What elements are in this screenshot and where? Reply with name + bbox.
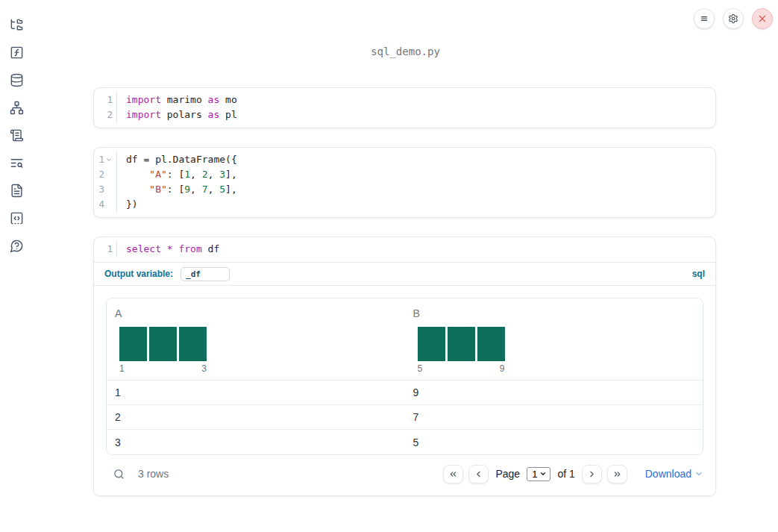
histogram-bar [477,327,505,361]
table-search-button[interactable] [113,468,125,481]
table-cell: 3 [107,436,405,448]
scroll-text-icon [10,128,24,143]
output-variable-label: Output variable: [104,269,173,279]
column-name: B [413,307,703,319]
menu-button[interactable] [694,8,715,29]
code-line: 1select * from df [94,242,715,257]
line-number-gutter: 2 [94,167,117,182]
close-icon [757,13,768,24]
line-number-gutter: 4 [94,197,117,212]
download-button[interactable]: Download [645,468,703,480]
chevrons-right-icon [612,469,622,479]
table-cell: 1 [107,387,405,398]
histogram-bar [149,327,177,361]
sidebar-item-database[interactable] [9,72,24,87]
cell-dataframe: 1df = pl.DataFrame({2 "A": [1, 2, 3],3 "… [93,147,716,218]
page-select-value: 1 [532,469,537,480]
next-page-button[interactable] [582,465,602,484]
code-editor[interactable]: 1import marimo as mo2import polars as pl [94,88,715,128]
row-count-label: 3 rows [138,468,169,480]
settings-button[interactable] [723,8,744,29]
histogram-bar [418,327,445,361]
last-page-button[interactable] [607,465,627,484]
first-page-button[interactable] [443,465,463,484]
code-text: import polars as pl [117,107,237,122]
pagination: Page 1 of 1 Download [443,465,703,484]
sidebar-item-scroll-text[interactable] [9,128,24,143]
page-label: Page [495,468,520,480]
chevron-down-icon [694,469,703,478]
table-cell: 7 [405,411,703,423]
sql-output-area: A13B59 192735 3 rows [94,285,715,495]
file-tree-icon [10,18,24,32]
table-row: 27 [107,405,703,430]
fold-chevron-icon[interactable] [105,156,113,163]
cell-imports: 1import marimo as mo2import polars as pl [93,87,716,128]
line-number-gutter: 1 [94,242,117,257]
sql-editor[interactable]: 1select * from df [94,237,715,262]
sidebar-item-help-chat[interactable] [9,238,24,253]
cell-list: 1import marimo as mo2import polars as pl… [93,87,716,515]
column-name: A [115,307,405,319]
output-variable-input[interactable] [181,267,230,281]
sidebar-item-file-tree[interactable] [9,17,24,32]
code-text: select * from df [117,242,219,257]
sql-meta-row: Output variable: sql [94,262,715,285]
menu-icon [699,13,709,24]
code-line: 1df = pl.DataFrame({ [94,152,715,167]
data-table: A13B59 192735 [106,298,703,455]
code-text: import marimo as mo [117,93,237,107]
list-search-icon [10,156,24,170]
code-line: 2import polars as pl [94,107,715,122]
prev-page-button[interactable] [468,465,489,484]
sidebar-item-network[interactable] [9,100,24,115]
network-icon [10,101,24,115]
chevron-right-icon [587,469,597,479]
database-icon [10,73,24,87]
shutdown-button[interactable] [752,8,773,29]
sql-language-badge: sql [692,269,705,279]
page-of-label: of 1 [557,468,574,480]
histogram-axis-labels: 13 [119,363,207,374]
sidebar-item-function-square[interactable] [9,45,24,60]
table-footer: 3 rows Page 1 of 1 [106,463,703,485]
code-text: "A": [1, 2, 3], [117,167,237,182]
code-snippet-icon [10,211,24,225]
chevron-down-icon [539,470,547,478]
table-row: 35 [107,430,703,454]
line-number-gutter: 2 [94,107,117,122]
gear-icon [728,13,738,24]
notebook-filename[interactable]: sql_demo.py [33,46,778,57]
code-editor[interactable]: 1df = pl.DataFrame({2 "A": [1, 2, 3],3 "… [94,148,715,217]
column-histogram [418,327,505,361]
line-number-gutter: 1 [94,93,117,107]
page-select[interactable]: 1 [527,467,550,481]
sidebar-item-list-search[interactable] [9,155,24,170]
table-cell: 9 [405,387,703,398]
topbar [694,8,773,29]
column-header-B[interactable]: B59 [405,298,703,380]
sidebar-item-code-snippet[interactable] [9,210,24,225]
chevron-left-icon [474,469,483,479]
column-histogram [119,327,207,361]
table-cell: 5 [405,436,703,448]
histogram-bar [119,327,147,361]
table-row: 19 [107,381,703,405]
table-body: 192735 [107,381,703,454]
cell-sql: 1select * from df Output variable: sql A… [93,237,716,496]
histogram-bar [179,327,207,361]
code-line: 2 "A": [1, 2, 3], [94,167,715,182]
code-line: 3 "B": [9, 7, 5], [94,182,715,197]
sidebar-item-file-text[interactable] [9,183,24,198]
file-text-icon [10,184,24,198]
code-text: "B": [9, 7, 5], [117,182,237,197]
search-icon [113,468,125,481]
sidebar [0,0,33,532]
line-number-gutter: 3 [94,182,117,197]
code-line: 1import marimo as mo [94,93,715,107]
marimo-app: sql_demo.py 1import marimo as mo2import … [0,0,778,532]
code-text: df = pl.DataFrame({ [117,152,237,167]
code-text: }) [117,197,138,212]
column-header-A[interactable]: A13 [107,298,405,380]
help-chat-icon [10,239,24,253]
